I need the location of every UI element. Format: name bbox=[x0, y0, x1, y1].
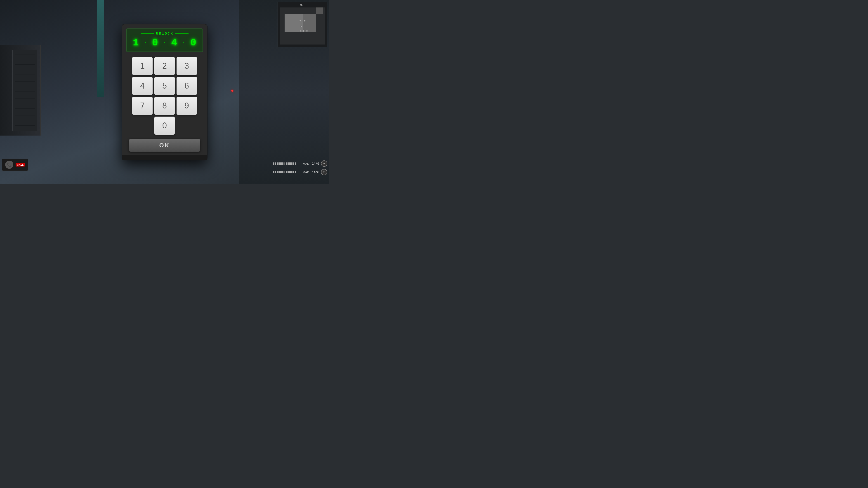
hud-seg bbox=[280, 171, 282, 173]
key-2-button[interactable]: 2 bbox=[154, 57, 175, 75]
hud-icon-1: ✦ bbox=[321, 160, 327, 167]
key-6-button[interactable]: 6 bbox=[177, 77, 197, 95]
key-3-button[interactable]: 3 bbox=[177, 57, 197, 75]
hud-value-2: 14 % bbox=[311, 170, 319, 174]
minimap-dot-3 bbox=[301, 26, 302, 27]
keypad-row-zero: 0 bbox=[154, 117, 175, 135]
hud-seg bbox=[278, 171, 280, 173]
hud-value-1: 14 % bbox=[311, 162, 319, 165]
hud-seg bbox=[287, 171, 289, 173]
minimap-dot-5 bbox=[303, 30, 305, 32]
display-digit-4: 0 bbox=[189, 37, 197, 48]
key-9-button[interactable]: 9 bbox=[177, 97, 197, 115]
call-badge: CALL bbox=[16, 163, 25, 166]
hud-seg bbox=[277, 171, 278, 173]
display-separator-3: · bbox=[182, 39, 186, 46]
hud-seg bbox=[277, 162, 278, 165]
minimap-room-top bbox=[316, 7, 323, 14]
display-title-text: Unlock bbox=[156, 31, 174, 36]
hud-label-2: MAD bbox=[298, 170, 309, 174]
hud-seg bbox=[278, 162, 280, 165]
hud-seg bbox=[273, 162, 274, 165]
display-separator-2: · bbox=[163, 39, 166, 46]
hud-seg bbox=[291, 162, 292, 165]
hud-seg bbox=[293, 171, 294, 173]
call-widget[interactable]: 📞 CALL bbox=[2, 159, 28, 171]
keypad-bottom-bar bbox=[122, 155, 207, 160]
hud-seg bbox=[282, 162, 283, 165]
hud-seg bbox=[284, 171, 285, 173]
minimap-room-main bbox=[285, 14, 303, 32]
hud-icon-2: ⬡ bbox=[321, 169, 327, 175]
hud-bar-1 bbox=[273, 162, 296, 165]
minimap: 3-E bbox=[278, 2, 327, 47]
keypad-row-2: 4 5 6 bbox=[132, 77, 197, 95]
minimap-dot-1 bbox=[299, 20, 301, 22]
display-separator-1: · bbox=[144, 39, 147, 46]
display-digit-3: 4 bbox=[170, 37, 178, 48]
call-icon: 📞 bbox=[5, 161, 13, 169]
key-1-button[interactable]: 1 bbox=[132, 57, 153, 75]
hud-label-1: MAD bbox=[298, 162, 309, 165]
minimap-dot-6 bbox=[306, 30, 308, 32]
display-digit-2: 0 bbox=[151, 37, 159, 48]
hud-seg bbox=[275, 162, 276, 165]
key-4-button[interactable]: 4 bbox=[132, 77, 153, 95]
hud-seg bbox=[286, 171, 287, 173]
keypad-dialog: Unlock 1 · 0 · 4 · 0 1 2 3 4 5 bbox=[122, 24, 208, 160]
hud-row-2: MAD 14 % ⬡ bbox=[269, 169, 327, 175]
hud-seg bbox=[289, 162, 291, 165]
hud: MAD 14 % ✦ MAD 14 % ⬡ bbox=[269, 160, 327, 177]
hud-seg bbox=[275, 171, 276, 173]
ok-button[interactable]: OK bbox=[129, 139, 200, 152]
key-7-button[interactable]: 7 bbox=[132, 97, 153, 115]
hud-seg bbox=[287, 162, 289, 165]
hud-seg bbox=[280, 162, 282, 165]
key-8-button[interactable]: 8 bbox=[154, 97, 175, 115]
ok-wrapper: OK bbox=[122, 137, 207, 155]
hud-seg bbox=[282, 171, 283, 173]
minimap-room-right bbox=[303, 14, 316, 32]
hud-seg bbox=[295, 162, 296, 165]
hud-seg bbox=[289, 171, 291, 173]
hud-seg bbox=[293, 162, 294, 165]
keypad-row-3: 7 8 9 bbox=[132, 97, 197, 115]
keypad-row-1: 1 2 3 bbox=[132, 57, 197, 75]
minimap-dot-4 bbox=[299, 30, 301, 32]
key-5-button[interactable]: 5 bbox=[154, 77, 175, 95]
hud-seg bbox=[284, 162, 285, 165]
display-line-right bbox=[175, 33, 188, 34]
minimap-level: 3-E bbox=[278, 3, 327, 7]
key-0-button[interactable]: 0 bbox=[154, 117, 175, 135]
hud-row-1: MAD 14 % ✦ bbox=[269, 160, 327, 167]
display-title-row: Unlock bbox=[130, 31, 199, 36]
keypad-display: Unlock 1 · 0 · 4 · 0 bbox=[126, 29, 203, 52]
minimap-dot-2 bbox=[304, 20, 306, 22]
hud-seg bbox=[295, 171, 296, 173]
display-line-left bbox=[141, 33, 154, 34]
display-code: 1 · 0 · 4 · 0 bbox=[130, 37, 199, 48]
hud-seg bbox=[291, 171, 292, 173]
hud-seg bbox=[286, 162, 287, 165]
hud-seg bbox=[273, 171, 274, 173]
keypad-grid: 1 2 3 4 5 6 7 8 9 0 bbox=[122, 54, 207, 137]
display-digit-1: 1 bbox=[132, 37, 140, 48]
minimap-map bbox=[280, 7, 325, 44]
hud-bar-2 bbox=[273, 171, 296, 173]
